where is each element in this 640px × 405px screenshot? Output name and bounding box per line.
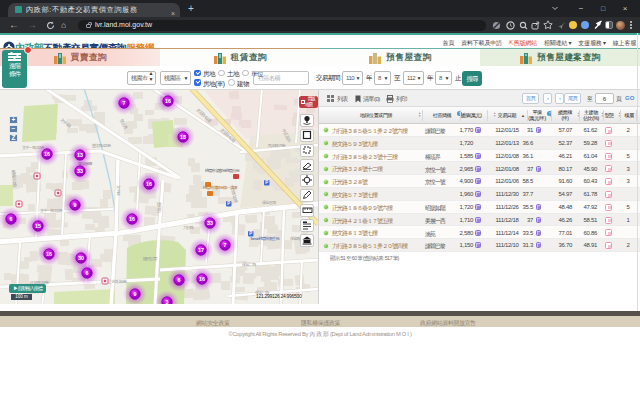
svg-text:16: 16 (146, 181, 152, 187)
svg-text:6: 6 (178, 277, 181, 283)
svg-text:33: 33 (77, 168, 83, 174)
svg-text:7: 7 (123, 100, 126, 106)
svg-text:6: 6 (86, 270, 89, 276)
svg-text:P: P (249, 231, 252, 236)
svg-text:P: P (265, 180, 268, 185)
svg-text:16: 16 (46, 251, 52, 257)
svg-text:6: 6 (10, 216, 13, 222)
svg-text:9: 9 (134, 291, 137, 297)
svg-text:33: 33 (207, 220, 213, 226)
svg-text:16: 16 (165, 98, 171, 104)
svg-text:16: 16 (199, 276, 205, 282)
svg-text:13: 13 (77, 152, 83, 158)
svg-text:P: P (227, 201, 230, 206)
svg-text:慈文路 421巷: 慈文路 421巷 (91, 143, 111, 148)
svg-text:保定五路: 保定五路 (262, 200, 276, 205)
svg-text:9: 9 (74, 202, 77, 208)
svg-text:30: 30 (78, 255, 84, 261)
svg-text:15: 15 (35, 223, 41, 229)
svg-text:17: 17 (198, 247, 204, 253)
svg-text:民光路 77巷: 民光路 77巷 (268, 143, 286, 148)
svg-text:文中路: 文中路 (116, 185, 121, 196)
svg-text:3: 3 (166, 299, 169, 304)
svg-text:桃園市警察局桃園分局: 桃園市警察局桃園分局 (205, 168, 239, 173)
svg-text:正光路 184巷: 正光路 184巷 (108, 279, 127, 284)
svg-text:18: 18 (180, 134, 186, 140)
svg-text:7: 7 (224, 242, 227, 248)
svg-text:16: 16 (129, 216, 135, 222)
svg-text:16: 16 (44, 151, 50, 157)
svg-text:保定二路: 保定二路 (242, 262, 256, 267)
svg-text:文中一路 151巷: 文中一路 151巷 (40, 208, 63, 213)
